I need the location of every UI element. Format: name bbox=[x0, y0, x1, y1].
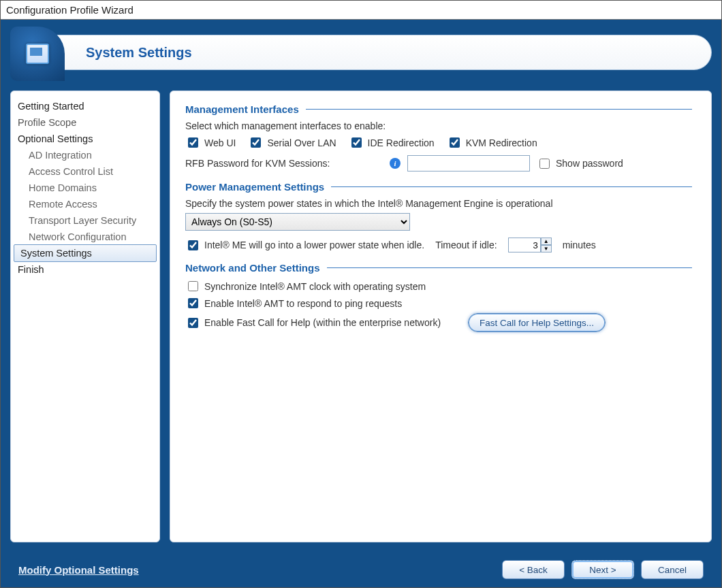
cb-web-ui[interactable]: Web UI bbox=[185, 135, 236, 150]
wizard-window: Configuration Profile Wizard System Sett… bbox=[0, 0, 722, 588]
cb-idle-input[interactable] bbox=[188, 240, 198, 250]
timeout-label: Timeout if idle: bbox=[435, 240, 497, 250]
power-state-select[interactable]: Always On (S0-S5) bbox=[185, 213, 410, 231]
main-panel: Management Interfaces Select which manag… bbox=[170, 91, 712, 542]
group-power: Specify the system power states in which… bbox=[185, 198, 692, 252]
cb-idle-label: Intel® ME will go into a lower power sta… bbox=[204, 240, 424, 250]
cb-sol-label: Serial Over LAN bbox=[267, 137, 336, 148]
cb-ide-input[interactable] bbox=[351, 137, 362, 148]
divider bbox=[327, 267, 692, 268]
back-button[interactable]: < Back bbox=[502, 560, 565, 579]
window-title: Configuration Profile Wizard bbox=[1, 1, 721, 20]
cb-fcfh-label: Enable Fast Call for Help (within the en… bbox=[204, 317, 441, 328]
cb-ping-label: Enable Intel® AMT to respond to ping req… bbox=[204, 298, 402, 309]
page-title: System Settings bbox=[86, 45, 192, 61]
idle-row: Intel® ME will go into a lower power sta… bbox=[185, 238, 692, 252]
sidebar-item-acl[interactable]: Access Control List bbox=[11, 163, 159, 180]
cb-ping[interactable]: Enable Intel® AMT to respond to ping req… bbox=[185, 296, 402, 310]
info-icon[interactable]: i bbox=[390, 158, 401, 169]
cb-sync-clock-input[interactable] bbox=[188, 281, 198, 291]
group-title-power: Power Management Settings bbox=[185, 181, 692, 193]
settings-icon bbox=[26, 44, 49, 64]
sidebar-item-profile-scope[interactable]: Profile Scope bbox=[11, 114, 159, 131]
modify-optional-settings-link[interactable]: Modify Optional Settings bbox=[18, 564, 139, 576]
cb-web-ui-label: Web UI bbox=[204, 137, 236, 148]
cb-ide[interactable]: IDE Redirection bbox=[349, 135, 435, 150]
wizard-footer: Modify Optional Settings < Back Next > C… bbox=[1, 552, 721, 587]
header-band: System Settings bbox=[10, 27, 712, 81]
divider bbox=[331, 186, 692, 187]
timeout-spinner: ▲ ▼ bbox=[508, 238, 552, 252]
rfb-password-input[interactable] bbox=[407, 155, 530, 172]
group-mgmt: Select which management interfaces to en… bbox=[185, 120, 692, 172]
fcfh-settings-button[interactable]: Fast Call for Help Settings... bbox=[468, 313, 606, 332]
cb-web-ui-input[interactable] bbox=[188, 137, 198, 148]
cb-show-password-input[interactable] bbox=[539, 159, 550, 169]
header-cap bbox=[10, 27, 65, 81]
divider bbox=[306, 109, 692, 110]
sidebar-item-optional-settings[interactable]: Optional Settings bbox=[11, 131, 159, 147]
timeout-unit: minutes bbox=[563, 240, 596, 250]
cb-sol-input[interactable] bbox=[251, 137, 261, 148]
sidebar-item-ad-integration[interactable]: AD Integration bbox=[11, 147, 159, 163]
wizard-frame: System Settings Getting Started Profile … bbox=[1, 20, 721, 587]
group-title-power-label: Power Management Settings bbox=[185, 181, 324, 193]
cb-ide-label: IDE Redirection bbox=[368, 137, 435, 148]
cb-fcfh-input[interactable] bbox=[188, 318, 198, 328]
cb-kvm-label: KVM Redirection bbox=[466, 137, 537, 148]
timeout-down-button[interactable]: ▼ bbox=[541, 245, 552, 252]
cb-sol[interactable]: Serial Over LAN bbox=[248, 135, 336, 150]
cb-sync-clock-label: Synchronize Intel® AMT clock with operat… bbox=[204, 281, 426, 292]
sidebar-item-tls[interactable]: Transport Layer Security bbox=[11, 212, 159, 229]
group-net: Synchronize Intel® AMT clock with operat… bbox=[185, 279, 692, 332]
next-button[interactable]: Next > bbox=[571, 560, 634, 579]
sidebar-item-getting-started[interactable]: Getting Started bbox=[11, 98, 159, 114]
timeout-input[interactable] bbox=[508, 238, 541, 252]
power-desc: Specify the system power states in which… bbox=[185, 198, 692, 209]
wizard-sidebar: Getting Started Profile Scope Optional S… bbox=[10, 91, 160, 542]
sidebar-item-finish[interactable]: Finish bbox=[11, 261, 159, 278]
cb-kvm-input[interactable] bbox=[450, 137, 460, 148]
rfb-label: RFB Password for KVM Sessions: bbox=[185, 158, 383, 169]
sidebar-item-system-settings[interactable]: System Settings bbox=[14, 244, 157, 262]
cb-sync-clock[interactable]: Synchronize Intel® AMT clock with operat… bbox=[185, 279, 426, 293]
cb-kvm[interactable]: KVM Redirection bbox=[447, 135, 537, 150]
sidebar-item-remote-access[interactable]: Remote Access bbox=[11, 196, 159, 212]
wizard-body: Getting Started Profile Scope Optional S… bbox=[1, 81, 721, 552]
cb-fcfh[interactable]: Enable Fast Call for Help (within the en… bbox=[185, 316, 441, 330]
rfb-row: RFB Password for KVM Sessions: i Show pa… bbox=[185, 155, 692, 172]
cb-ping-input[interactable] bbox=[188, 298, 198, 308]
header-pill: System Settings bbox=[37, 35, 712, 70]
mgmt-options-row: Web UI Serial Over LAN IDE Redirection bbox=[185, 135, 692, 150]
cb-show-password[interactable]: Show password bbox=[537, 157, 623, 171]
timeout-up-button[interactable]: ▲ bbox=[541, 238, 552, 245]
sidebar-item-network-config[interactable]: Network Configuration bbox=[11, 229, 159, 245]
mgmt-desc: Select which management interfaces to en… bbox=[185, 120, 692, 131]
cb-idle[interactable]: Intel® ME will go into a lower power sta… bbox=[185, 238, 424, 252]
sidebar-item-home-domains[interactable]: Home Domains bbox=[11, 180, 159, 196]
group-title-net: Network and Other Settings bbox=[185, 262, 692, 274]
group-title-mgmt-label: Management Interfaces bbox=[185, 103, 299, 115]
cb-show-password-label: Show password bbox=[556, 158, 623, 169]
group-title-mgmt: Management Interfaces bbox=[185, 103, 692, 115]
group-title-net-label: Network and Other Settings bbox=[185, 262, 320, 274]
cancel-button[interactable]: Cancel bbox=[641, 560, 704, 579]
